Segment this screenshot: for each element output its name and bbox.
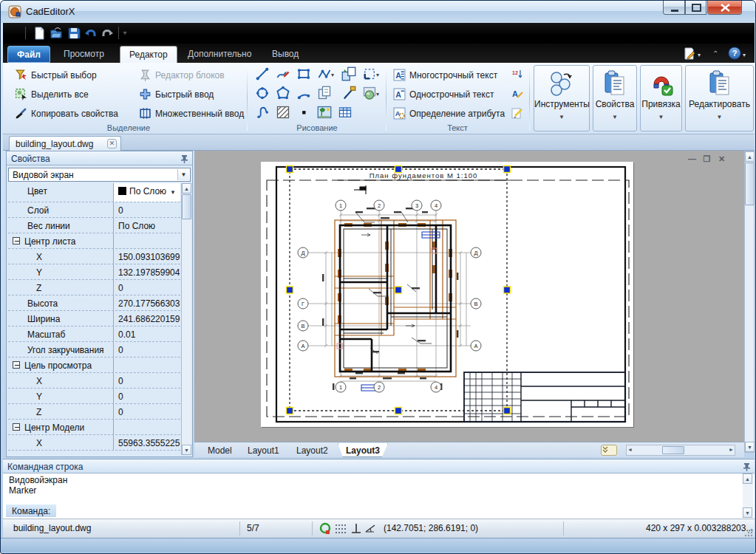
- point-tool[interactable]: [296, 105, 311, 120]
- scroll-down-icon[interactable]: ▼: [182, 445, 191, 455]
- mdi-minimize-icon[interactable]: —: [686, 154, 698, 165]
- property-row[interactable]: X55963.355522504: [8, 435, 180, 451]
- property-row[interactable]: X150.093103699: [8, 249, 180, 264]
- drawing-area[interactable]: — ❐ ✕ План фундаментов М 1:100: [194, 151, 744, 442]
- close-button[interactable]: [707, 1, 742, 15]
- tab-view[interactable]: Просмотр: [55, 46, 113, 63]
- tab-model[interactable]: Model: [200, 443, 239, 457]
- edit-attribute-icon[interactable]: [511, 107, 523, 119]
- collapse-ribbon-icon[interactable]: ⌃: [712, 49, 718, 58]
- object-type-select[interactable]: Видовой экран ▼: [8, 168, 191, 182]
- scroll-thumb[interactable]: [745, 163, 755, 205]
- sphere-caret-icon[interactable]: ▾: [376, 91, 379, 98]
- sphere-tool[interactable]: [362, 86, 377, 100]
- mdi-restore-icon[interactable]: ❐: [701, 154, 713, 165]
- color-combobox[interactable]: По Слою ▼: [113, 183, 180, 202]
- command-log[interactable]: Видовойэкран Marker: [6, 473, 741, 506]
- hatch-tool[interactable]: [276, 105, 290, 120]
- table-tool[interactable]: [338, 105, 353, 120]
- sketch-tool[interactable]: [276, 66, 290, 81]
- open-file-icon[interactable]: [50, 27, 63, 40]
- text-numbering-icon[interactable]: 12: [511, 69, 523, 81]
- command-scrollbar[interactable]: ▲ ▼: [743, 473, 753, 518]
- collapse-group-icon[interactable]: [13, 361, 20, 369]
- polygon-tool[interactable]: [276, 86, 290, 100]
- boundary-hatch-tool[interactable]: [362, 66, 377, 81]
- line-tool[interactable]: [255, 66, 270, 81]
- tab-layout1[interactable]: Layout1: [240, 443, 287, 457]
- property-row[interactable]: Y132.197859904: [8, 264, 180, 280]
- pin-icon[interactable]: [180, 154, 188, 163]
- property-row[interactable]: Высота270.177566303: [8, 295, 180, 311]
- canvas-hscrollbar[interactable]: ◄ ►: [626, 445, 735, 456]
- command-input[interactable]: [56, 505, 741, 517]
- tab-file[interactable]: Файл: [7, 46, 50, 63]
- resize-grip[interactable]: [744, 528, 753, 537]
- canvas-vscrollbar[interactable]: ▲ ▼: [744, 151, 755, 453]
- polyline-tool[interactable]: [317, 66, 332, 81]
- help-icon[interactable]: ?: [728, 47, 741, 60]
- property-row-color[interactable]: Цвет По Слою ▼: [8, 183, 180, 202]
- scroll-thumb[interactable]: [182, 194, 191, 219]
- minimize-button[interactable]: [663, 1, 685, 15]
- properties-menu-button[interactable]: Свойства ▼: [593, 65, 637, 131]
- copy-object-tool[interactable]: [317, 86, 332, 100]
- circle-tool[interactable]: [255, 86, 270, 100]
- ortho-toggle-icon[interactable]: [351, 523, 361, 534]
- collapse-group-icon[interactable]: [13, 423, 20, 431]
- pin-icon[interactable]: [743, 462, 751, 471]
- scroll-up-icon[interactable]: ▲: [182, 183, 191, 194]
- scroll-left-icon[interactable]: ◄: [627, 447, 633, 452]
- save-icon[interactable]: [67, 27, 81, 40]
- redo-icon[interactable]: [101, 27, 114, 40]
- maximize-button[interactable]: [685, 1, 706, 15]
- grid-toggle-icon[interactable]: [335, 523, 347, 534]
- undo-icon[interactable]: [84, 27, 98, 40]
- scroll-down-icon[interactable]: ▼: [743, 507, 752, 518]
- property-row[interactable]: Вес линииПо Слою: [8, 218, 180, 233]
- spline-tool[interactable]: [255, 105, 270, 120]
- tab-additional[interactable]: Дополнительно: [179, 46, 260, 63]
- tab-layout3[interactable]: Layout3: [338, 443, 388, 457]
- polar-toggle-icon[interactable]: [364, 522, 377, 535]
- scroll-right-icon[interactable]: ►: [729, 447, 734, 452]
- scroll-up-icon[interactable]: ▲: [745, 151, 755, 162]
- tab-output[interactable]: Вывод: [263, 46, 307, 63]
- tools-menu-button[interactable]: Инструменты ▼: [534, 65, 590, 131]
- boundary-caret-icon[interactable]: ▾: [376, 72, 379, 78]
- scroll-thumb[interactable]: [662, 446, 684, 454]
- polyline-caret-icon[interactable]: ▾: [331, 72, 334, 78]
- arc-tool[interactable]: [296, 86, 311, 100]
- property-group-row[interactable]: Центр Модели: [8, 420, 180, 435]
- property-group-row[interactable]: Центр листа: [8, 233, 180, 249]
- edit-menu-button[interactable]: Редактировать ▼: [685, 65, 754, 131]
- collapse-group-icon[interactable]: [13, 237, 20, 244]
- properties-scrollbar[interactable]: ▲ ▼: [181, 183, 191, 455]
- leader-tool[interactable]: [341, 86, 356, 100]
- property-row[interactable]: Угол закручивания0: [8, 342, 180, 358]
- annotate-caret-icon[interactable]: ▾: [698, 52, 701, 58]
- tab-editor[interactable]: Редактор: [120, 46, 177, 63]
- image-tool[interactable]: [317, 105, 332, 120]
- help-caret-icon[interactable]: ▾: [743, 52, 746, 58]
- document-tab-close-icon[interactable]: ✕: [107, 139, 117, 148]
- snap-menu-button[interactable]: Привязка ▼: [640, 65, 682, 131]
- property-group-row[interactable]: Цель просмотра: [8, 358, 180, 373]
- layout-list-chevron-button[interactable]: [601, 445, 617, 456]
- annotate-icon[interactable]: [683, 47, 695, 60]
- property-row[interactable]: X0: [8, 373, 180, 389]
- scroll-down-icon[interactable]: ▼: [745, 442, 755, 452]
- insert-block-tool[interactable]: [341, 66, 356, 81]
- tab-layout2[interactable]: Layout2: [289, 443, 336, 457]
- property-row[interactable]: Масштаб0.01: [8, 326, 180, 342]
- qat-overflow-chevron[interactable]: ▿: [123, 30, 126, 36]
- property-row[interactable]: Слой0: [8, 202, 180, 218]
- paper-sheet[interactable]: План фундаментов М 1:100: [261, 162, 633, 427]
- edit-text-icon[interactable]: A: [511, 88, 523, 100]
- mdi-close-icon[interactable]: ✕: [715, 154, 728, 165]
- property-row[interactable]: Y0: [8, 389, 180, 404]
- document-tab[interactable]: building_layout.dwg ✕: [9, 136, 121, 151]
- property-row[interactable]: Z0: [8, 280, 180, 295]
- new-file-icon[interactable]: [33, 27, 46, 40]
- property-row[interactable]: Ширина241.686220159: [8, 311, 180, 326]
